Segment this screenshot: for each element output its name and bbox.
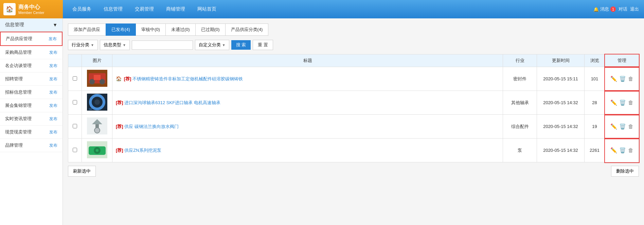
- row-industry-cell: 密封件: [503, 67, 537, 91]
- tab-published[interactable]: 已发布(4): [106, 23, 136, 36]
- publish-btn-bid[interactable]: 发布: [49, 90, 57, 95]
- custom-arrow-icon: ▼: [222, 43, 226, 47]
- nav-member-service[interactable]: 会员服务: [66, 0, 97, 18]
- industry-filter-dropdown[interactable]: 行业分类 ▼: [68, 40, 98, 50]
- row-checkbox-3[interactable]: [73, 148, 77, 152]
- row-image-cell: [82, 139, 112, 162]
- sidebar-item-interview[interactable]: 名企访谈管理 发布: [0, 59, 62, 73]
- publish-btn-interview[interactable]: 发布: [49, 63, 57, 69]
- product-title-link[interactable]: 供应ZN系列挖泥泵: [124, 148, 161, 153]
- content-area: 添加产品供应 已发布(4) 审核中(0) 未通过(0) 已过期(0) 产品供应分…: [63, 18, 644, 225]
- nav-shop-manage[interactable]: 商铺管理: [160, 0, 191, 18]
- edit-icon[interactable]: ✏️: [610, 76, 617, 82]
- sidebar-item-product-supply[interactable]: 产品供应管理 发布: [0, 32, 62, 46]
- sidebar-item-spot[interactable]: 现货现卖管理 发布: [0, 126, 62, 139]
- row-checkbox-2[interactable]: [73, 124, 77, 128]
- publish-btn-purchase[interactable]: 发布: [49, 50, 57, 55]
- product-title-link[interactable]: 供应 碳钢法兰换向放水阀门: [124, 124, 179, 129]
- sidebar-label-expo: 展会集锦管理: [5, 102, 32, 109]
- row-views-cell: 19: [585, 115, 605, 139]
- sidebar-item-purchase[interactable]: 采购商品管理 发布: [0, 46, 62, 59]
- logout-link[interactable]: 退出: [630, 6, 639, 12]
- bell-icon: 🔔: [593, 7, 599, 12]
- sidebar-label-news: 实时资讯管理: [5, 116, 32, 122]
- sidebar-label-brand: 品牌管理: [5, 142, 23, 148]
- sidebar-item-brand[interactable]: 品牌管理 发布: [0, 139, 62, 152]
- product-title-link[interactable]: 不锈钢精密铸造件非标加工定做机械配件硅溶胶碳钢铸铁: [132, 76, 243, 81]
- publish-btn-expo[interactable]: 发布: [49, 103, 57, 109]
- recycle-icon[interactable]: 🗑️: [619, 123, 626, 130]
- publish-btn-spot[interactable]: 发布: [49, 129, 57, 135]
- delete-selected-button[interactable]: 删除选中: [611, 166, 639, 177]
- sidebar-header: 信息管理 ▼: [0, 18, 62, 32]
- recycle-icon[interactable]: 🗑️: [619, 147, 626, 154]
- custom-filter-dropdown[interactable]: 自定义分类 ▼: [195, 40, 229, 50]
- sidebar-item-expo[interactable]: 展会集锦管理 发布: [0, 99, 62, 112]
- nav-info-manage[interactable]: 信息管理: [97, 0, 129, 18]
- sidebar-item-bid[interactable]: 招标信息管理 发布: [0, 86, 62, 99]
- svg-point-16: [96, 149, 99, 152]
- tab-category[interactable]: 产品供应分类(4): [225, 23, 269, 36]
- sidebar-item-recruit[interactable]: 招聘管理 发布: [0, 73, 62, 86]
- row-time-cell: 2020-05-15 14:32: [537, 115, 585, 139]
- search-input[interactable]: [132, 41, 193, 50]
- sidebar-item-news[interactable]: 实时资讯管理 发布: [0, 112, 62, 126]
- nav-website-home[interactable]: 网站首页: [191, 0, 222, 18]
- action-icons: ✏️ 🗑️ 🗑: [608, 76, 635, 82]
- recommended-tag: [荐]: [116, 124, 123, 129]
- recommended-tag: [荐]: [116, 148, 123, 153]
- logo-text-block: 商务中心 Member Center: [18, 4, 44, 14]
- edit-icon[interactable]: ✏️: [610, 123, 617, 130]
- tab-reviewing[interactable]: 审核中(0): [136, 23, 166, 36]
- refresh-selected-button[interactable]: 刷新选中: [68, 166, 96, 177]
- delete-icon[interactable]: 🗑: [628, 76, 633, 82]
- row-time-cell: 2020-05-15 15:11: [537, 67, 585, 91]
- row-checkbox-cell: [68, 139, 82, 162]
- recycle-icon[interactable]: 🗑️: [619, 76, 626, 82]
- tab-rejected[interactable]: 未通过(0): [165, 23, 196, 36]
- row-checkbox-cell: [68, 115, 82, 139]
- publish-btn-recruit[interactable]: 发布: [49, 76, 57, 82]
- publish-btn-product-supply[interactable]: 发布: [49, 36, 57, 42]
- row-manage-cell: ✏️ 🗑️ 🗑: [605, 91, 639, 115]
- table-row: SK [荐] 进口深沟球轴承6312 SKF进口轴承 电机高速轴承 其他轴承 2…: [68, 91, 639, 115]
- search-button[interactable]: 搜 索: [231, 40, 251, 50]
- row-views-cell: 2261: [585, 139, 605, 162]
- edit-icon[interactable]: ✏️: [610, 99, 617, 106]
- recommended-tag: [荐]: [116, 100, 123, 105]
- sidebar-label-interview: 名企访谈管理: [5, 63, 32, 69]
- row-checkbox-0[interactable]: [73, 76, 77, 81]
- info-type-filter-dropdown[interactable]: 信息类型 ▼: [100, 40, 130, 50]
- reset-button[interactable]: 重 置: [253, 40, 273, 50]
- house-icon: 🏠: [116, 76, 122, 81]
- delete-icon[interactable]: 🗑: [628, 124, 633, 130]
- sidebar-label-recruit: 招聘管理: [5, 76, 23, 82]
- row-image-cell: SK: [82, 91, 112, 115]
- row-manage-cell: ✏️ 🗑️ 🗑: [605, 115, 639, 139]
- delete-icon[interactable]: 🗑: [628, 147, 633, 154]
- notification-area[interactable]: 🔔 消息 1: [593, 6, 616, 12]
- dialog-link[interactable]: 对话: [619, 6, 627, 12]
- row-checkbox-1[interactable]: [73, 100, 77, 105]
- tab-expired[interactable]: 已过期(0): [195, 23, 226, 36]
- th-industry: 行业: [503, 54, 537, 67]
- delete-icon[interactable]: 🗑: [628, 100, 633, 106]
- th-update-time: 更新时间: [537, 54, 585, 67]
- custom-filter-label: 自定义分类: [199, 42, 221, 48]
- th-image: 图片: [82, 54, 112, 67]
- recycle-icon[interactable]: 🗑️: [619, 99, 626, 106]
- th-checkbox: [68, 54, 82, 67]
- publish-btn-brand[interactable]: 发布: [49, 143, 57, 148]
- logo-area: 🏠 商务中心 Member Center: [0, 0, 63, 18]
- row-checkbox-cell: [68, 91, 82, 115]
- action-icons: ✏️ 🗑️ 🗑: [608, 123, 635, 130]
- nav-trade-manage[interactable]: 交易管理: [129, 0, 160, 18]
- row-title-cell: [荐] 供应ZN系列挖泥泵: [112, 139, 503, 162]
- top-nav: 会员服务 信息管理 交易管理 商铺管理 网站首页: [63, 0, 593, 18]
- product-title-link[interactable]: 进口深沟球轴承6312 SKF进口轴承 电机高速轴承: [124, 100, 220, 105]
- publish-btn-news[interactable]: 发布: [49, 116, 57, 122]
- tab-add-supply[interactable]: 添加产品供应: [68, 23, 106, 36]
- edit-icon[interactable]: ✏️: [610, 147, 617, 154]
- row-checkbox-cell: [68, 67, 82, 91]
- table-row: [荐] 供应 碳钢法兰换向放水阀门 综合配件 2020-05-15 14:32 …: [68, 115, 639, 139]
